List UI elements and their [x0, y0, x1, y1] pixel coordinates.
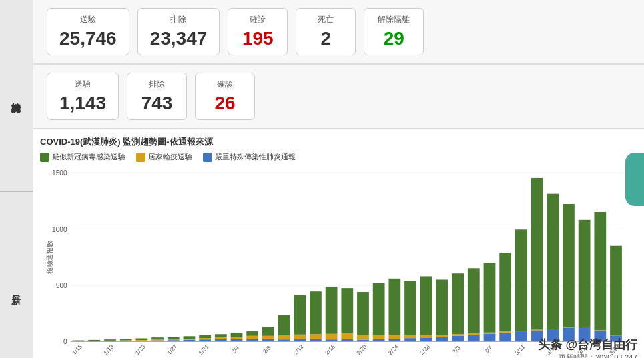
svg-rect-103 [563, 204, 575, 327]
svg-text:2/4: 2/4 [230, 345, 241, 355]
svg-text:3/3: 3/3 [451, 345, 462, 355]
svg-rect-49 [278, 315, 290, 335]
legend-blue-color [203, 153, 212, 162]
svg-text:2/16: 2/16 [324, 343, 336, 356]
svg-rect-50 [294, 339, 306, 342]
svg-rect-109 [594, 212, 606, 330]
daily-excluded-value: 743 [141, 93, 173, 114]
watermark: 头条 @台湾自由行 更新時間：2020-03-24 ( [538, 337, 637, 358]
total-death-card: 死亡 2 [296, 8, 356, 55]
legend-blue: 嚴重特殊傳染性肺炎通報 [203, 152, 296, 162]
svg-rect-71 [404, 338, 416, 341]
svg-rect-84 [468, 333, 480, 335]
svg-rect-42 [246, 336, 258, 339]
dashboard: 內檢總計 日新 送驗 25,746 排除 23,347 確診 195 死亡 2 [0, 0, 644, 358]
svg-text:1/31: 1/31 [198, 343, 210, 356]
right-content: 送驗 25,746 排除 23,347 確診 195 死亡 2 解除隔離 29 [33, 0, 644, 358]
svg-rect-76 [420, 276, 432, 335]
svg-rect-60 [341, 333, 353, 339]
daily-confirmed-label: 確診 [217, 79, 233, 90]
legend-yellow: 居家輪疫送驗 [136, 152, 192, 162]
svg-rect-34 [199, 335, 211, 338]
svg-rect-21 [135, 340, 147, 341]
svg-rect-78 [436, 335, 448, 337]
svg-rect-63 [357, 335, 369, 340]
svg-text:2/24: 2/24 [387, 343, 400, 356]
svg-rect-102 [563, 327, 575, 328]
svg-text:2/8: 2/8 [262, 345, 272, 355]
svg-rect-82 [452, 273, 464, 334]
chart-title: COVID-19(武漢肺炎) 監測趨勢圖-依通報來源 [40, 136, 631, 148]
svg-rect-27 [168, 339, 180, 340]
svg-rect-83 [468, 335, 480, 341]
daily-confirmed-value: 26 [215, 93, 236, 114]
daily-sent-card: 送驗 1,143 [47, 73, 119, 120]
svg-rect-55 [310, 291, 322, 334]
bar-chart-svg: 0500100015001/151/191/231/271/312/42/82/… [40, 166, 631, 358]
svg-rect-73 [404, 281, 416, 335]
svg-rect-54 [310, 334, 322, 339]
legend-blue-label: 嚴重特殊傳染性肺炎通報 [215, 152, 296, 162]
total-confirmed-label: 確診 [250, 14, 266, 25]
legend-green: 疑似新冠病毒感染送驗 [40, 152, 125, 162]
svg-rect-38 [231, 339, 243, 342]
svg-text:2/20: 2/20 [355, 343, 368, 356]
svg-rect-100 [547, 194, 559, 329]
svg-rect-79 [436, 279, 448, 335]
svg-rect-96 [531, 330, 543, 331]
chart-legend: 疑似新冠病毒感染送驗 居家輪疫送驗 嚴重特殊傳染性肺炎通報 [40, 152, 631, 162]
svg-text:2/12: 2/12 [292, 343, 305, 356]
svg-rect-52 [294, 295, 306, 335]
svg-rect-77 [436, 337, 448, 341]
svg-rect-18 [120, 341, 132, 341]
svg-rect-80 [452, 336, 464, 341]
svg-rect-61 [341, 288, 353, 333]
svg-text:檢驗通報數: 檢驗通報數 [46, 241, 53, 274]
svg-rect-92 [515, 331, 527, 341]
svg-rect-43 [246, 331, 258, 336]
svg-rect-68 [388, 339, 400, 341]
svg-rect-28 [168, 337, 180, 339]
svg-text:1000: 1000 [52, 226, 67, 233]
svg-rect-46 [262, 327, 274, 335]
total-sent-card: 送驗 25,746 [47, 8, 129, 55]
svg-rect-37 [215, 334, 227, 337]
svg-rect-22 [135, 339, 147, 341]
daily-confirmed-card: 確診 26 [195, 73, 255, 120]
svg-rect-112 [610, 246, 622, 336]
svg-rect-81 [452, 334, 464, 336]
svg-rect-31 [184, 336, 196, 339]
svg-rect-106 [579, 220, 591, 327]
svg-rect-94 [515, 229, 527, 331]
svg-rect-87 [484, 333, 496, 334]
watermark-brand: 头条 @台湾自由行 [538, 337, 637, 353]
svg-rect-99 [547, 329, 559, 329]
svg-rect-97 [531, 178, 543, 330]
svg-rect-85 [468, 268, 480, 333]
svg-rect-67 [373, 283, 385, 335]
svg-text:1500: 1500 [52, 169, 67, 177]
svg-rect-25 [151, 337, 164, 339]
svg-rect-74 [420, 337, 432, 341]
svg-rect-45 [262, 336, 274, 339]
total-label: 內檢總計 [0, 0, 33, 192]
svg-rect-64 [357, 292, 369, 335]
daily-sent-label: 送驗 [75, 79, 91, 90]
svg-text:1/23: 1/23 [134, 343, 147, 356]
watermark-update: 更新時間：2020-03-24 ( [538, 353, 637, 358]
svg-rect-41 [246, 339, 258, 341]
svg-rect-24 [151, 340, 164, 341]
svg-rect-16 [104, 339, 116, 341]
svg-rect-33 [199, 338, 211, 339]
legend-green-label: 疑似新冠病毒感染送驗 [52, 152, 125, 162]
total-excluded-label: 排除 [170, 14, 186, 25]
total-sent-value: 25,746 [59, 28, 117, 49]
svg-text:1/19: 1/19 [102, 343, 115, 356]
svg-rect-58 [326, 287, 338, 334]
svg-rect-36 [215, 337, 227, 339]
green-side-tab[interactable] [625, 153, 644, 206]
svg-rect-48 [278, 335, 290, 339]
svg-rect-93 [515, 331, 527, 331]
legend-yellow-color [136, 153, 145, 162]
svg-rect-86 [484, 333, 496, 341]
